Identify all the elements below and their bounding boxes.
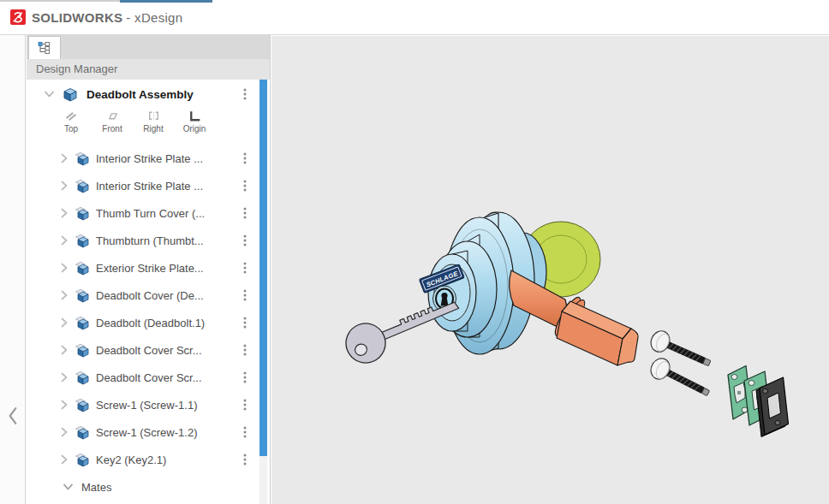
tree-component-row[interactable]: Screw-1 (Screw-1.2) — [27, 418, 270, 446]
component-label: Thumb Turn Cover (... — [96, 207, 205, 220]
plane-label: Front — [102, 124, 122, 133]
tree-component-row[interactable]: Deadbolt Cover Scr... — [27, 364, 270, 391]
top-accent-gray — [0, 0, 120, 2]
right-plane-icon — [146, 109, 161, 123]
viewport-3d[interactable]: SCHLAGE — [271, 36, 829, 504]
more-options-icon[interactable] — [243, 426, 247, 438]
part-icon — [75, 397, 90, 412]
tree-component-row[interactable]: Interior Strike Plate ... — [27, 145, 270, 172]
chevron-right-icon[interactable] — [61, 427, 68, 437]
assembly-icon — [62, 86, 79, 103]
component-label: Deadbolt (Deadbolt.1) — [96, 317, 205, 329]
app-title-brand: SOLIDWORKS — [32, 10, 122, 25]
chevron-right-icon[interactable] — [61, 317, 68, 328]
part-icon — [75, 370, 90, 385]
part-icon — [75, 315, 90, 330]
component-label: Thumbturn (Thumbt... — [96, 234, 204, 247]
more-options-icon[interactable] — [243, 289, 247, 301]
tree-component-row[interactable]: Deadbolt Cover Scr... — [27, 336, 270, 364]
part-icon — [75, 424, 90, 440]
collapse-panel-icon[interactable] — [7, 406, 19, 425]
front-plane-icon — [105, 109, 120, 123]
part-icon — [75, 233, 90, 248]
more-options-icon[interactable] — [243, 371, 247, 383]
component-list: Interior Strike Plate ... — [27, 145, 270, 473]
plane-top[interactable]: Top — [51, 109, 92, 133]
panel-title: Design Manager — [27, 59, 270, 80]
mates-label: Mates — [81, 481, 111, 494]
more-options-icon[interactable] — [243, 88, 247, 100]
part-icon — [75, 178, 90, 193]
component-label: Interior Strike Plate ... — [96, 152, 203, 165]
part-icon — [75, 342, 90, 358]
3ds-logo — [10, 9, 26, 25]
design-manager-panel: Design Manager Deadbolt Assembly — [27, 35, 271, 504]
component-label: Key2 (Key2.1) — [96, 454, 166, 466]
origin-icon — [188, 109, 202, 123]
component-label: Interior Strike Plate ... — [96, 180, 203, 193]
chevron-right-icon[interactable] — [61, 454, 68, 465]
part-icon — [75, 151, 90, 166]
design-tree-icon — [38, 41, 51, 55]
tree-component-row[interactable]: Deadbolt Cover (De... — [27, 282, 270, 309]
tree-mates-row[interactable]: Mates — [27, 473, 270, 501]
tree-component-row[interactable]: Thumbturn (Thumbt... — [27, 227, 270, 254]
more-options-icon[interactable] — [243, 317, 247, 329]
component-label: Screw-1 (Screw-1.1) — [96, 399, 197, 412]
chevron-right-icon[interactable] — [61, 181, 68, 191]
plane-origin[interactable]: Origin — [174, 109, 215, 133]
component-label: Deadbolt Cover (De... — [96, 289, 204, 302]
tree-component-row[interactable]: Thumb Turn Cover (... — [27, 199, 270, 227]
tab-design-manager[interactable] — [28, 36, 61, 59]
reference-planes-row: Top Front Right Origin — [27, 109, 270, 145]
tree-component-row[interactable]: Exterior Strike Plate... — [27, 254, 270, 282]
deadbolt-assembly-3d-scene: SCHLAGE — [271, 36, 829, 504]
app-title-app: - xDesign — [126, 10, 182, 25]
app-title: SOLIDWORKS- xDesign — [32, 10, 182, 25]
panel-scrollbar-thumb[interactable] — [259, 80, 267, 456]
top-accent-blue — [120, 0, 212, 3]
chevron-right-icon[interactable] — [61, 208, 68, 218]
component-label: Exterior Strike Plate... — [96, 262, 204, 275]
more-options-icon[interactable] — [243, 399, 247, 411]
tree-component-row[interactable]: Screw-1 (Screw-1.1) — [27, 391, 270, 418]
more-options-icon[interactable] — [243, 180, 247, 192]
plane-right[interactable]: Right — [133, 109, 174, 133]
more-options-icon[interactable] — [243, 234, 247, 246]
more-options-icon[interactable] — [243, 207, 247, 219]
top-plane-icon — [64, 109, 79, 123]
tree-component-row[interactable]: Interior Strike Plate ... — [27, 172, 270, 199]
chevron-right-icon[interactable] — [61, 345, 68, 355]
chevron-down-icon[interactable] — [63, 483, 74, 490]
chevron-right-icon[interactable] — [61, 372, 68, 382]
more-options-icon[interactable] — [243, 262, 247, 274]
assembly-name: Deadbolt Assembly — [86, 88, 194, 101]
plane-label: Right — [143, 124, 163, 133]
component-label: Deadbolt Cover Scr... — [96, 371, 202, 384]
chevron-right-icon[interactable] — [61, 153, 68, 163]
panel-tabstrip — [27, 35, 270, 59]
chevron-right-icon[interactable] — [61, 235, 68, 246]
plane-label: Top — [64, 124, 78, 133]
part-icon — [75, 260, 90, 276]
tree-component-row[interactable]: Key2 (Key2.1) — [27, 446, 270, 473]
chevron-right-icon[interactable] — [61, 263, 68, 273]
tree-assembly-row[interactable]: Deadbolt Assembly — [27, 80, 270, 109]
part-icon — [75, 452, 90, 467]
tree-component-row[interactable]: Deadbolt (Deadbolt.1) — [27, 309, 270, 336]
component-label: Deadbolt Cover Scr... — [96, 344, 202, 357]
more-options-icon[interactable] — [243, 152, 247, 164]
more-options-icon[interactable] — [243, 454, 247, 465]
chevron-right-icon[interactable] — [61, 290, 68, 300]
plane-label: Origin — [183, 124, 206, 133]
3ds-compass-icon — [10, 9, 26, 25]
part-icon — [75, 205, 90, 221]
chevron-right-icon[interactable] — [61, 400, 68, 410]
chevron-down-icon[interactable] — [44, 91, 55, 98]
component-label: Screw-1 (Screw-1.2) — [96, 426, 197, 439]
part-icon — [75, 288, 90, 303]
left-rail — [0, 35, 26, 504]
app-header: SOLIDWORKS- xDesign — [0, 0, 829, 35]
plane-front[interactable]: Front — [92, 109, 133, 133]
more-options-icon[interactable] — [243, 344, 247, 356]
